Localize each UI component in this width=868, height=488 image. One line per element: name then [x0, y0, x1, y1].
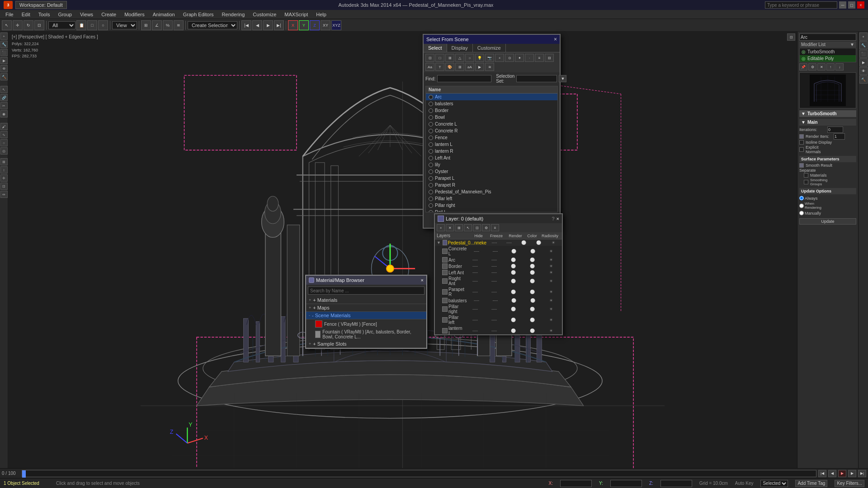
fence-material[interactable]: Fence ( VRayMtl ) [Fence] [306, 319, 426, 328]
list-type-2[interactable]: ⊟ [545, 54, 554, 62]
prev-frame[interactable]: ◀ [252, 20, 262, 30]
list-item-pillar-right[interactable]: Pillar right [426, 202, 557, 209]
hierarchy-panel-btn[interactable]: ⬛ [859, 50, 868, 58]
scale-tool[interactable]: ⊡ [34, 20, 44, 30]
list-item-parapet-l[interactable]: Parapet L [426, 175, 557, 182]
mod-delete[interactable]: ✕ [817, 63, 826, 70]
curve-btn[interactable]: ∿ [0, 131, 8, 138]
menu-item-edit[interactable]: Edit [18, 11, 34, 18]
select-obj[interactable]: ↖ [0, 86, 8, 93]
sel-shapes[interactable]: ○ [465, 54, 474, 62]
key-filters-btn[interactable]: Key Filters... [835, 480, 864, 487]
sel-invert[interactable]: ⊞ [445, 54, 454, 62]
select-find-input[interactable] [437, 75, 491, 82]
menu-item-animation[interactable]: Animation [149, 11, 179, 18]
isoline-check[interactable] [799, 140, 804, 145]
sel-all[interactable]: ⊡ [425, 54, 434, 62]
utilities-panel-btn[interactable]: 🔨 [859, 75, 868, 84]
menu-item-tools[interactable]: Tools [35, 11, 54, 18]
always-radio[interactable] [799, 195, 804, 201]
create-panel-btn[interactable]: + [859, 33, 868, 41]
layer-root[interactable]: ▼ Pedestal_0...nneke ---- ---- ⚪ ⚪ ☀ [435, 239, 562, 246]
menu-item-views[interactable]: Views [76, 11, 97, 18]
mirror-btn[interactable]: ⇔ [0, 191, 8, 198]
layer-balusters[interactable]: balusters ---- ---- ⚪ ⚪ ☀ [435, 297, 562, 304]
layer-roght-ant[interactable]: Roght Ant ---- ---- ⚪ ⚪ ☀ [435, 276, 562, 286]
sort-color[interactable]: 🎨 [445, 63, 454, 71]
list-item-pillar-left[interactable]: Pillar left [426, 195, 557, 202]
list-item-rail-l[interactable]: Rail L [426, 209, 557, 212]
menu-item-maxscript[interactable]: MAXScript [281, 11, 311, 18]
display-btn[interactable]: 👁 [0, 65, 8, 72]
minimize-button[interactable]: ─ [839, 1, 846, 9]
iterations-input[interactable] [827, 127, 843, 133]
align-btn[interactable]: ⊞ [0, 158, 8, 165]
utilities-btn[interactable]: 🔨 [0, 73, 8, 80]
filter-layers[interactable]: ≋ [485, 63, 494, 71]
smooth-result-check[interactable] [799, 163, 804, 168]
play-btn[interactable]: ▶ [838, 470, 846, 477]
sample-slots-section[interactable]: + + Sample Slots [306, 340, 426, 348]
spinner-snap[interactable]: ≋ [174, 20, 184, 30]
modifier-list-dropdown[interactable]: ▼ [850, 42, 854, 47]
layers-close[interactable]: × [557, 216, 559, 221]
hierarchy-btn[interactable]: ⬛ [0, 49, 8, 56]
when-rendering-radio[interactable] [799, 203, 804, 209]
list-item-bowl[interactable]: Bowl [426, 114, 557, 121]
go-end-btn[interactable]: ▶| [858, 470, 866, 477]
maximize-viewport[interactable]: ⊡ [787, 33, 795, 41]
sel-none[interactable]: □ [435, 54, 444, 62]
material-browser-close[interactable]: × [421, 277, 424, 283]
render-iters-check[interactable] [799, 134, 804, 139]
menu-item-create[interactable]: Create [98, 11, 120, 18]
smoothing-groups-check[interactable] [804, 180, 808, 184]
play[interactable]: ▶ [263, 20, 273, 30]
select-dialog-close[interactable]: × [554, 36, 557, 42]
add-to-layer[interactable]: ⊞ [455, 224, 463, 231]
list-item-pedestal[interactable]: Pedestal_of_Manneken_Pis [426, 188, 557, 195]
select-tool[interactable]: ↖ [2, 20, 12, 30]
prev-frame-btn[interactable]: ◀ [828, 470, 836, 477]
next-frame-btn[interactable]: ▶ [848, 470, 856, 477]
spline-btn[interactable]: ○ [0, 139, 8, 146]
go-start[interactable]: |◀ [818, 470, 826, 477]
layer-parapet-r[interactable]: Parapet R ---- ---- ⚪ ⚪ ☀ [435, 286, 562, 297]
y-coord[interactable] [610, 480, 642, 487]
layers-help[interactable]: ? [552, 216, 554, 221]
layer-arc[interactable]: Arc ---- ---- ⚪ ⚪ ☀ [435, 257, 562, 263]
x-coord[interactable] [560, 480, 592, 487]
mod-pin[interactable]: 📌 [799, 63, 807, 70]
motion-panel-btn[interactable]: ▶ [859, 58, 868, 66]
sort-size[interactable]: ⊞ [455, 63, 464, 71]
workspace-selector[interactable]: Workspace: Default [15, 1, 67, 9]
timeline-slider[interactable] [22, 470, 816, 477]
sort-type[interactable]: T [435, 63, 444, 71]
fountain-material[interactable]: Fountain ( VRayMtl ) [Arc, balusters, Bo… [306, 328, 426, 340]
sel-bones[interactable]: ✦ [515, 54, 524, 62]
place-btn[interactable]: ✛ [0, 174, 8, 182]
layer-options[interactable]: ≡ [491, 224, 499, 231]
angle-snap[interactable]: ∠ [152, 20, 162, 30]
material-search-input[interactable] [308, 286, 425, 295]
display-tab[interactable]: Display [447, 44, 473, 52]
maps-section[interactable]: + + Maps [306, 304, 426, 312]
list-item-balusters[interactable]: balusters [426, 100, 557, 107]
percent-snap[interactable]: % [163, 20, 173, 30]
list-item-oyster[interactable]: Oyster [426, 168, 557, 175]
list-item-concrete-l[interactable]: Concrete L [426, 121, 557, 127]
list-item-fence[interactable]: Fence [426, 134, 557, 141]
link-btn[interactable]: 🔗 [0, 94, 8, 101]
paint-btn[interactable]: 🖌 [0, 123, 8, 130]
snap-btn[interactable]: ⊡ [0, 183, 8, 190]
sel-helpers[interactable]: + [495, 54, 504, 62]
sel-cameras[interactable]: 📷 [485, 54, 494, 62]
snaps-toggle[interactable]: ⊞ [141, 20, 151, 30]
normal-btn[interactable]: ↕ [0, 166, 8, 174]
render-iters-input[interactable] [834, 133, 845, 140]
list-item-left-ant[interactable]: Left Ant [426, 155, 557, 161]
bind-space[interactable]: ◉ [0, 110, 8, 117]
x-constraint[interactable]: X [288, 20, 298, 30]
selection-set-input[interactable] [516, 75, 557, 82]
mod-down[interactable]: ↓ [835, 63, 844, 70]
maximize-button[interactable]: □ [848, 1, 855, 9]
